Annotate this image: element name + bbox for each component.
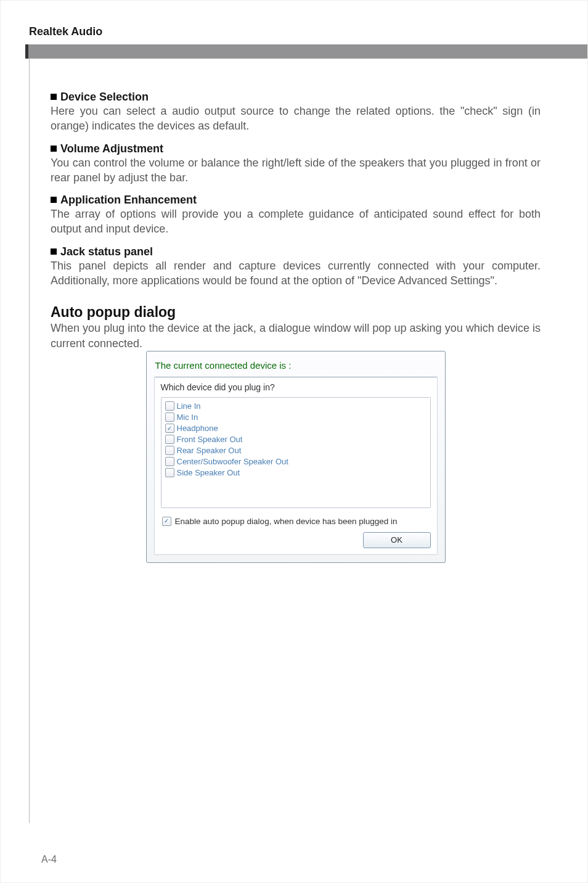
option-label: Mic In (177, 413, 198, 422)
dialog-panel: Which device did you plug in? Line In Mi… (154, 377, 438, 555)
list-item[interactable]: Line In (165, 401, 427, 412)
dialog-question: Which device did you plug in? (161, 382, 431, 392)
device-dialog: The current connected device is : Which … (146, 351, 446, 563)
page-number: A-4 (41, 854, 57, 865)
auto-popup-body: When you plug into the device at the jac… (51, 321, 541, 351)
checkbox-icon[interactable] (165, 468, 174, 477)
checkbox-icon[interactable] (165, 457, 174, 466)
option-label: Rear Speaker Out (177, 446, 242, 455)
bullet-icon (51, 146, 57, 152)
section-heading-application-enhancement: Application Enhancement (51, 194, 541, 207)
checkbox-icon[interactable]: ✓ (165, 424, 174, 433)
checkbox-icon[interactable] (165, 401, 174, 411)
section-body: This panel depicts all render and captur… (51, 258, 541, 289)
list-item[interactable]: Side Speaker Out (165, 467, 427, 478)
list-item[interactable]: Center/Subwoofer Speaker Out (165, 456, 427, 467)
enable-auto-popup-row[interactable]: ✓ Enable auto popup dialog, when device … (162, 517, 430, 526)
list-item[interactable]: ✓ Headphone (165, 423, 427, 434)
checkbox-icon[interactable] (165, 435, 174, 444)
header-bar (25, 44, 587, 59)
section-title: Volume Adjustment (60, 142, 163, 155)
section-body: The array of options will provide you a … (51, 207, 541, 237)
dialog-title: The current connected device is : (154, 358, 438, 377)
section-title: Application Enhancement (60, 194, 197, 206)
checkbox-icon[interactable]: ✓ (162, 517, 171, 526)
content-area: Device Selection Here you can select a a… (29, 59, 559, 823)
bullet-icon (51, 248, 57, 255)
auto-popup-heading: Auto popup dialog (51, 304, 541, 321)
section-title: Jack status panel (60, 245, 153, 258)
section-heading-jack-status-panel: Jack status panel (51, 245, 541, 258)
option-label: Headphone (177, 424, 218, 433)
option-label: Line In (177, 401, 201, 411)
option-label: Side Speaker Out (177, 468, 240, 477)
dialog-button-row: OK (161, 532, 431, 548)
section-body: You can control the volume or balance th… (51, 155, 541, 186)
enable-label: Enable auto popup dialog, when device ha… (175, 517, 398, 526)
option-label: Center/Subwoofer Speaker Out (177, 457, 288, 466)
list-item[interactable]: Mic In (165, 412, 427, 423)
list-item[interactable]: Rear Speaker Out (165, 445, 427, 456)
page-title: Realtek Audio (29, 25, 559, 38)
section-heading-volume-adjustment: Volume Adjustment (51, 142, 541, 155)
section-heading-device-selection: Device Selection (51, 91, 541, 104)
ok-button[interactable]: OK (363, 532, 431, 548)
dialog-wrapper: The current connected device is : Which … (51, 351, 541, 563)
section-title: Device Selection (60, 91, 149, 103)
page-sheet: Realtek Audio Device Selection Here you … (0, 0, 588, 883)
section-body: Here you can select a audio output sourc… (51, 104, 541, 134)
list-item[interactable]: Front Speaker Out (165, 434, 427, 445)
checkbox-icon[interactable] (165, 446, 174, 455)
option-label: Front Speaker Out (177, 435, 243, 444)
checkbox-icon[interactable] (165, 413, 174, 422)
device-listbox[interactable]: Line In Mic In ✓ Headphone Front Spe (161, 397, 431, 508)
bullet-icon (51, 94, 57, 100)
bullet-icon (51, 197, 57, 203)
